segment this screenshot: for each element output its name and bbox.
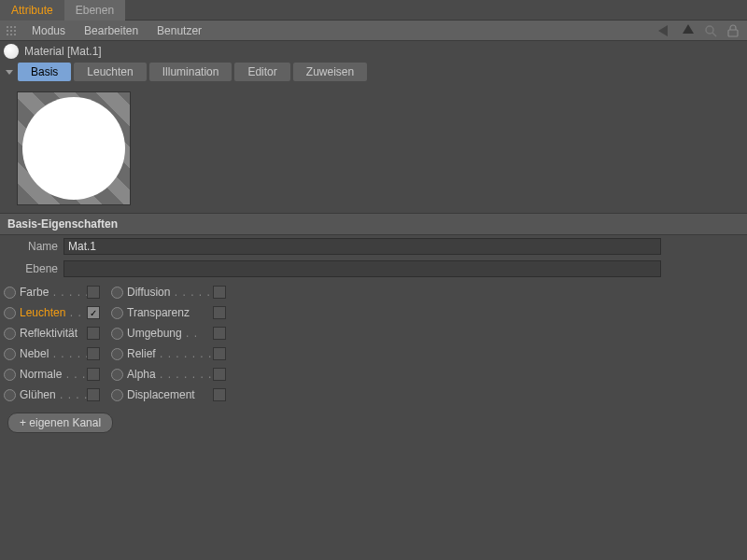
material-header: Material [Mat.1]: [0, 41, 747, 62]
channel-gluehen: Glühen . . . .: [4, 386, 100, 403]
section-title: Basis-Eigenschaften: [0, 213, 747, 235]
channel-normale: Normale . . .: [4, 366, 100, 383]
check-farbe[interactable]: [87, 286, 100, 299]
channel-umgebung: Umgebung . .: [111, 325, 226, 342]
radio-normale[interactable]: [4, 369, 16, 381]
tab-leuchten[interactable]: Leuchten: [74, 63, 146, 81]
tab-zuweisen[interactable]: Zuweisen: [293, 63, 367, 81]
channel-label: Nebel . . . . .: [20, 347, 87, 360]
add-channel-button[interactable]: + eigenen Kanal: [7, 413, 113, 433]
channel-farbe: Farbe . . . . .: [4, 284, 100, 301]
tab-editor[interactable]: Editor: [234, 63, 289, 81]
radio-alpha[interactable]: [111, 369, 123, 381]
channel-label: Leuchten . .: [20, 306, 87, 319]
nav-up-icon[interactable]: [680, 22, 697, 39]
preview-area: [0, 82, 747, 213]
check-leuchten[interactable]: ✓: [87, 306, 100, 319]
svg-point-2: [706, 26, 713, 34]
search-icon[interactable]: [702, 22, 719, 39]
channel-leuchten: Leuchten . . ✓: [4, 304, 100, 321]
channel-col-right: Diffusion . . . . . Transparenz Umgebung…: [111, 284, 226, 403]
label-name: Name: [7, 240, 58, 253]
check-normale[interactable]: [87, 368, 100, 381]
channel-label: Farbe . . . . .: [20, 286, 87, 299]
check-transparenz[interactable]: [213, 306, 226, 319]
channel-label: Normale . . .: [20, 368, 87, 381]
radio-transparenz[interactable]: [111, 307, 123, 319]
svg-line-3: [712, 33, 716, 36]
channel-grid: Farbe . . . . . Leuchten . . ✓ Reflektiv…: [0, 280, 747, 407]
channel-label: Transparenz: [127, 306, 213, 319]
radio-reflektivitaet[interactable]: [4, 328, 16, 340]
tab-attribute[interactable]: Attribute: [0, 0, 64, 21]
channel-label: Displacement: [127, 388, 213, 401]
svg-marker-0: [658, 25, 668, 36]
channel-tab-bar: Basis Leuchten Illumination Editor Zuwei…: [0, 62, 747, 82]
toolbar: Modus Bearbeiten Benutzer: [0, 21, 747, 41]
radio-farbe[interactable]: [4, 287, 16, 299]
radio-diffusion[interactable]: [111, 287, 123, 299]
nav-back-icon[interactable]: [657, 22, 674, 39]
label-ebene: Ebene: [7, 262, 58, 275]
channel-nebel: Nebel . . . . .: [4, 345, 100, 362]
radio-nebel[interactable]: [4, 348, 16, 360]
radio-umgebung[interactable]: [111, 328, 123, 340]
check-alpha[interactable]: [213, 368, 226, 381]
collapse-triangle-icon[interactable]: [6, 70, 13, 75]
channel-label: Alpha . . . . . . . .: [127, 368, 213, 381]
channel-displacement: Displacement: [111, 386, 226, 403]
button-row: + eigenen Kanal: [0, 407, 747, 439]
tab-ebenen[interactable]: Ebenen: [64, 0, 125, 21]
drag-grip-icon[interactable]: [6, 25, 17, 36]
radio-gluehen[interactable]: [4, 389, 16, 401]
channel-label: Umgebung . .: [127, 327, 213, 340]
material-title: Material [Mat.1]: [24, 45, 102, 58]
check-umgebung[interactable]: [213, 327, 226, 340]
channel-alpha: Alpha . . . . . . . .: [111, 366, 226, 383]
channel-label: Relief . . . . . . . .: [127, 347, 213, 360]
channel-label: Reflektivität: [20, 327, 87, 340]
channel-relief: Relief . . . . . . . .: [111, 345, 226, 362]
lock-icon[interactable]: [725, 22, 741, 39]
svg-rect-4: [728, 30, 738, 36]
material-icon: [4, 44, 19, 59]
input-ebene[interactable]: [63, 260, 661, 277]
channel-col-left: Farbe . . . . . Leuchten . . ✓ Reflektiv…: [4, 284, 100, 403]
menu-modus[interactable]: Modus: [22, 24, 75, 37]
channel-label: Diffusion . . . . .: [127, 286, 213, 299]
check-nebel[interactable]: [87, 347, 100, 360]
menu-benutzer[interactable]: Benutzer: [148, 24, 211, 37]
radio-relief[interactable]: [111, 348, 123, 360]
channel-transparenz: Transparenz: [111, 304, 226, 321]
input-name[interactable]: [63, 238, 661, 255]
channel-reflektivitaet: Reflektivität: [4, 325, 100, 342]
menu-bearbeiten[interactable]: Bearbeiten: [75, 24, 148, 37]
check-relief[interactable]: [213, 347, 226, 360]
panel-tab-bar: Attribute Ebenen: [0, 0, 747, 21]
svg-marker-1: [683, 24, 694, 34]
check-gluehen[interactable]: [87, 388, 100, 401]
preview-sphere: [22, 97, 125, 200]
check-displacement[interactable]: [213, 388, 226, 401]
check-diffusion[interactable]: [213, 286, 226, 299]
tab-basis[interactable]: Basis: [18, 63, 71, 81]
channel-label: Glühen . . . .: [20, 388, 87, 401]
check-reflektivitaet[interactable]: [87, 327, 100, 340]
channel-diffusion: Diffusion . . . . .: [111, 284, 226, 301]
tab-illumination[interactable]: Illumination: [149, 63, 233, 81]
radio-leuchten[interactable]: [4, 307, 16, 319]
material-preview[interactable]: [17, 91, 131, 205]
row-name: Name: [0, 235, 747, 258]
row-ebene: Ebene: [0, 258, 747, 280]
radio-displacement[interactable]: [111, 389, 123, 401]
